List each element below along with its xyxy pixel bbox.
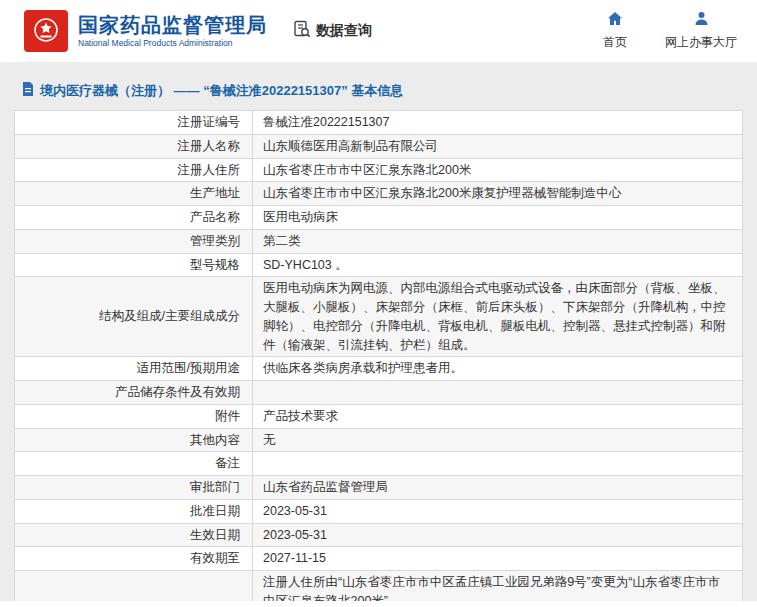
table-row: 有效期至 2027-11-15 (15, 547, 743, 571)
row-label: 型号规格 (15, 253, 253, 277)
table-row: 批准日期 2023-05-31 (15, 499, 743, 523)
table-row: 审批部门 山东省药品监督管理局 (15, 476, 743, 500)
top-header: 国家药品监督管理局 National Medical Products Admi… (0, 0, 757, 62)
row-value: SD-YHC103 。 (253, 253, 743, 277)
data-query-tab[interactable]: 数据查询 (293, 20, 372, 42)
table-row: 注册人住所 山东省枣庄市市中区汇泉东路北200米 (15, 158, 743, 182)
table-row: 产品储存条件及有效期 (15, 381, 743, 405)
nav-service-hall-label: 网上办事大厅 (665, 34, 737, 51)
row-value: 山东省枣庄市市中区汇泉东路北200米康复护理器械智能制造中心 (253, 182, 743, 206)
table-row: 生产地址 山东省枣庄市市中区汇泉东路北200米康复护理器械智能制造中心 (15, 182, 743, 206)
nav-home-label: 首页 (603, 34, 627, 51)
table-row: 备注 (15, 452, 743, 476)
row-label: 其他内容 (15, 428, 253, 452)
row-label: 结构及组成/主要组成成分 (15, 277, 253, 357)
home-icon (607, 11, 623, 30)
row-value: 山东顺德医用高新制品有限公司 (253, 134, 743, 158)
table-row: 其他内容 无 (15, 428, 743, 452)
row-value: 山东省枣庄市市中区汇泉东路北200米 (253, 158, 743, 182)
row-label: 注册证编号 (15, 111, 253, 135)
page: 国家药品监督管理局 National Medical Products Admi… (0, 0, 757, 607)
org-name-cn: 国家药品监督管理局 (78, 14, 267, 36)
row-label: 注册人住所 (15, 158, 253, 182)
table-row: 结构及组成/主要组成成分 医用电动病床为网电源、内部电源组合式电驱动式设备，由床… (15, 277, 743, 357)
row-label: 附件 (15, 404, 253, 428)
row-label: 产品名称 (15, 206, 253, 230)
breadcrumb: 境内医疗器械（注册） —— “鲁械注准20222151307” 基本信息 (22, 82, 735, 100)
breadcrumb-text: 境内医疗器械（注册） —— “鲁械注准20222151307” 基本信息 (40, 82, 403, 100)
table-row: 型号规格 SD-YHC103 。 (15, 253, 743, 277)
table-row: 注册证编号 鲁械注准20222151307 (15, 111, 743, 135)
row-value: 第二类 (253, 229, 743, 253)
nmpa-emblem-icon (24, 10, 68, 52)
row-value: 医用电动病床 (253, 206, 743, 230)
nav-home[interactable]: 首页 (603, 11, 627, 51)
row-label: 注册人名称 (15, 134, 253, 158)
row-label: 批准日期 (15, 499, 253, 523)
footer-strip (0, 601, 757, 607)
row-value: 2023-05-31 (253, 523, 743, 547)
row-value: 无 (253, 428, 743, 452)
row-value (253, 381, 743, 405)
registration-info-table: 注册证编号 鲁械注准20222151307 注册人名称 山东顺德医用高新制品有限… (14, 110, 743, 607)
org-title-block: 国家药品监督管理局 National Medical Products Admi… (78, 14, 267, 48)
row-value: 鲁械注准20222151307 (253, 111, 743, 135)
row-label: 备注 (15, 452, 253, 476)
nav-service-hall[interactable]: 网上办事大厅 (665, 11, 737, 51)
data-query-label: 数据查询 (316, 22, 372, 40)
row-label: 管理类别 (15, 229, 253, 253)
row-label: 审批部门 (15, 476, 253, 500)
row-label: 适用范围/预期用途 (15, 357, 253, 381)
row-value: 2027-11-15 (253, 547, 743, 571)
row-value (253, 452, 743, 476)
row-value: 供临床各类病房承载和护理患者用。 (253, 357, 743, 381)
document-icon (22, 82, 34, 100)
row-label: 生效日期 (15, 523, 253, 547)
table-row: 附件 产品技术要求 (15, 404, 743, 428)
org-name-en: National Medical Products Administration (78, 39, 267, 48)
data-query-icon (293, 20, 311, 42)
table-row: 适用范围/预期用途 供临床各类病房承载和护理患者用。 (15, 357, 743, 381)
table-row: 管理类别 第二类 (15, 229, 743, 253)
row-label: 有效期至 (15, 547, 253, 571)
table-row: 产品名称 医用电动病床 (15, 206, 743, 230)
row-label: 产品储存条件及有效期 (15, 381, 253, 405)
row-label: 生产地址 (15, 182, 253, 206)
row-value: 2023-05-31 (253, 499, 743, 523)
row-value: 山东省药品监督管理局 (253, 476, 743, 500)
row-value: 医用电动病床为网电源、内部电源组合式电驱动式设备，由床面部分（背板、坐板、大腿板… (253, 277, 743, 357)
table-row: 注册人名称 山东顺德医用高新制品有限公司 (15, 134, 743, 158)
table-row: 生效日期 2023-05-31 (15, 523, 743, 547)
row-value: 产品技术要求 (253, 404, 743, 428)
person-icon (694, 11, 709, 30)
